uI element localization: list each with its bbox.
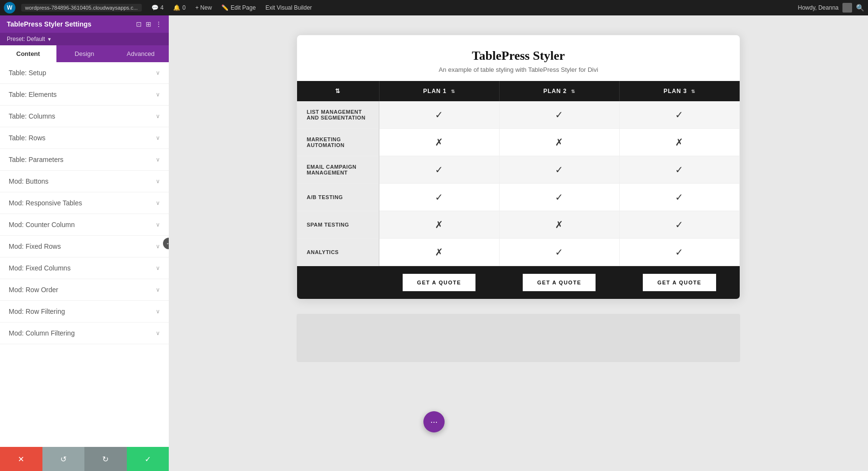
check-icon: ✓ — [555, 247, 563, 257]
exit-builder-button[interactable]: Exit Visual Builder — [261, 3, 316, 12]
comments-counter[interactable]: 💬 4 — [148, 3, 168, 12]
notifications-counter[interactable]: 🔔 0 — [169, 3, 190, 12]
td-feature: EMAIL CAMPAIGN MANAGEMENT — [297, 156, 379, 184]
chevron-down-icon: ∨ — [156, 265, 160, 271]
table-row: ANALYTICS✗✓✓ — [297, 239, 740, 266]
td-plan2: ✓ — [499, 156, 619, 184]
get-quote-button-3[interactable]: GET A QUOTE — [643, 274, 716, 291]
canvas: TablePress Styler An example of table st… — [169, 15, 868, 471]
tab-design[interactable]: Design — [56, 45, 113, 62]
more-icon[interactable]: ⋮ — [155, 20, 162, 28]
preset-chevron-icon: ▼ — [47, 37, 52, 42]
chevron-down-icon: ∨ — [156, 69, 160, 76]
data-table: ⇅ PLAN 1 ⇅ PLAN 2 ⇅ PLAN 3 ⇅ — [297, 81, 740, 299]
sidebar-item-table-parameters[interactable]: Table: Parameters ∨ — [0, 149, 169, 171]
table-body: LIST MANAGEMENT AND SEGMENTATION✓✓✓MARKE… — [297, 101, 740, 266]
sidebar-item-mod-counter[interactable]: Mod: Counter Column ∨ — [0, 214, 169, 236]
td-feature: A/B TESTING — [297, 184, 379, 211]
topbar-nav: 💬 4 🔔 0 + New ✏️ Edit Page Exit Visual B… — [148, 3, 316, 12]
sidebar-item-mod-fixed-rows[interactable]: Mod: Fixed Rows ∨ — [0, 236, 169, 257]
td-plan1: ✗ — [379, 129, 499, 156]
item-label: Mod: Fixed Rows — [9, 242, 61, 250]
sidebar-bottom-bar: ✕ ↺ ↻ ✓ — [0, 447, 169, 471]
td-plan2: ✗ — [499, 129, 619, 156]
item-label: Mod: Row Order — [9, 286, 58, 294]
edit-page-button[interactable]: ✏️ Edit Page — [217, 3, 259, 12]
copy-icon[interactable]: ⊡ — [136, 20, 142, 28]
item-label: Mod: Fixed Columns — [9, 264, 70, 272]
fab-button[interactable]: ··· — [423, 411, 445, 432]
sidebar-item-table-elements[interactable]: Table: Elements ∨ — [0, 84, 169, 106]
item-label: Table: Elements — [9, 91, 57, 98]
sidebar-item-mod-buttons[interactable]: Mod: Buttons ∨ — [0, 171, 169, 192]
sidebar-item-mod-row-filtering[interactable]: Mod: Row Filtering ∨ — [0, 301, 169, 323]
chevron-down-icon: ∨ — [156, 200, 160, 206]
tab-content[interactable]: Content — [0, 45, 56, 62]
td-plan3: ✓ — [619, 211, 739, 239]
chevron-down-icon: ∨ — [156, 286, 160, 293]
td-feature: ANALYTICS — [297, 239, 379, 266]
preset-label: Preset: Default — [7, 36, 45, 42]
td-plan1: ✗ — [379, 239, 499, 266]
cross-icon: ✗ — [555, 219, 563, 230]
table-row: A/B TESTING✓✓✓ — [297, 184, 740, 211]
preset-bar[interactable]: Preset: Default ▼ — [0, 33, 169, 45]
table-row: SPAM TESTING✗✗✓ — [297, 211, 740, 239]
sort-icon: ⇅ — [451, 89, 455, 94]
save-button[interactable]: ✓ — [127, 447, 169, 471]
td-plan1: ✓ — [379, 184, 499, 211]
check-icon: ✓ — [675, 192, 683, 202]
undo-button[interactable]: ↺ — [42, 447, 85, 471]
sidebar-item-mod-responsive[interactable]: Mod: Responsive Tables ∨ — [0, 192, 169, 214]
chevron-down-icon: ∨ — [156, 135, 160, 141]
chevron-down-icon: ∨ — [156, 156, 160, 163]
chevron-down-icon: ∨ — [156, 243, 160, 250]
sidebar-item-mod-fixed-columns[interactable]: Mod: Fixed Columns ∨ — [0, 257, 169, 279]
td-footer-plan1: GET A QUOTE — [379, 266, 499, 299]
avatar[interactable] — [842, 3, 852, 13]
td-plan1: ✓ — [379, 156, 499, 184]
sidebar-item-table-rows[interactable]: Table: Rows ∨ — [0, 127, 169, 149]
get-quote-button-1[interactable]: GET A QUOTE — [403, 274, 475, 291]
table-row: MARKETING AUTOMATION✗✗✗ — [297, 129, 740, 156]
item-label: Table: Columns — [9, 112, 55, 120]
check-icon: ✓ — [555, 192, 563, 202]
table-row: EMAIL CAMPAIGN MANAGEMENT✓✓✓ — [297, 156, 740, 184]
check-icon: ✓ — [435, 109, 443, 120]
check-icon: ✓ — [675, 164, 683, 175]
cancel-button[interactable]: ✕ — [0, 447, 42, 471]
chevron-down-icon: ∨ — [156, 308, 160, 315]
check-icon: ✓ — [435, 192, 443, 202]
notifications-count: 0 — [182, 4, 186, 11]
sidebar-items: Table: Setup ∨ Table: Elements ∨ Table: … — [0, 62, 169, 447]
pencil-icon: ✏️ — [221, 4, 229, 11]
sidebar-item-table-setup[interactable]: Table: Setup ∨ — [0, 62, 169, 84]
table-header-row: ⇅ PLAN 1 ⇅ PLAN 2 ⇅ PLAN 3 ⇅ — [297, 81, 740, 101]
sidebar-item-mod-column-filtering[interactable]: Mod: Column Filtering ∨ — [0, 323, 169, 344]
td-plan3: ✓ — [619, 184, 739, 211]
new-button[interactable]: + New — [191, 3, 216, 12]
item-label: Table: Rows — [9, 134, 45, 142]
wp-logo[interactable]: W — [4, 2, 15, 13]
td-feature: MARKETING AUTOMATION — [297, 129, 379, 156]
table-title: TablePress Styler — [307, 49, 730, 63]
td-plan3: ✓ — [619, 101, 739, 129]
sidebar-item-mod-row-order[interactable]: Mod: Row Order ∨ — [0, 279, 169, 301]
sort-icon: ⇅ — [691, 89, 695, 94]
redo-button[interactable]: ↻ — [84, 447, 127, 471]
cross-icon: ✗ — [555, 137, 563, 148]
search-icon[interactable]: 🔍 — [856, 4, 864, 12]
tab-advanced[interactable]: Advanced — [112, 45, 169, 62]
bell-icon: 🔔 — [173, 4, 180, 11]
comments-icon: 💬 — [151, 4, 159, 11]
get-quote-button-2[interactable]: GET A QUOTE — [523, 274, 596, 291]
item-label: Mod: Responsive Tables — [9, 199, 82, 207]
td-plan1: ✗ — [379, 211, 499, 239]
chevron-down-icon: ∨ — [156, 221, 160, 228]
chevron-down-icon: ∨ — [156, 91, 160, 98]
site-url: wordpress-784896-3610405.cloudwaysapps.c… — [21, 4, 142, 12]
sidebar-header-icons: ⊡ ⊞ ⋮ — [136, 20, 162, 28]
check-icon: ✓ — [675, 219, 683, 230]
grid-icon[interactable]: ⊞ — [146, 20, 151, 28]
sidebar-item-table-columns[interactable]: Table: Columns ∨ — [0, 106, 169, 127]
